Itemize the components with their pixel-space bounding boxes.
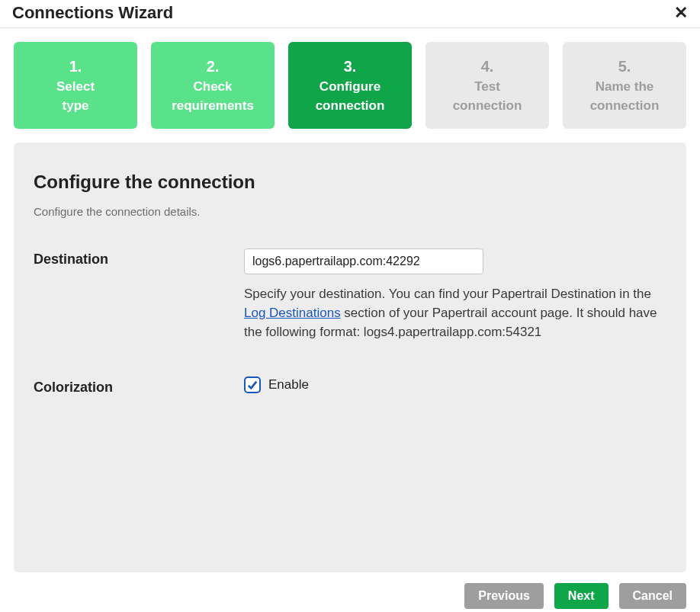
close-icon[interactable]: ✕	[674, 5, 688, 21]
colorization-label: Colorization	[34, 376, 244, 396]
destination-input[interactable]	[244, 248, 483, 274]
colorization-checkbox[interactable]	[244, 376, 261, 393]
colorization-checkbox-label: Enable	[268, 377, 309, 393]
step-configure-connection[interactable]: 3. Configure connection	[288, 42, 412, 129]
step-label-line1: Test	[433, 78, 541, 97]
step-label-line1: Name the	[570, 78, 679, 97]
panel-description: Configure the connection details.	[34, 205, 666, 218]
step-check-requirements[interactable]: 2. Check requirements	[151, 42, 275, 129]
step-label-line1: Select	[21, 78, 130, 97]
wizard-steps: 1. Select type 2. Check requirements 3. …	[0, 28, 700, 129]
wizard-header: Connections Wizard ✕	[0, 0, 700, 28]
checkmark-icon	[247, 380, 258, 390]
step-label-line2: connection	[296, 97, 404, 116]
log-destinations-link[interactable]: Log Destinations	[244, 306, 341, 320]
next-button[interactable]: Next	[554, 583, 608, 609]
step-label-line1: Check	[159, 78, 267, 97]
step-number: 5.	[570, 56, 679, 78]
destination-help-text: Specify your destination. You can find y…	[244, 285, 666, 341]
wizard-title: Connections Wizard	[12, 3, 173, 23]
step-name-connection[interactable]: 5. Name the connection	[563, 42, 686, 129]
step-test-connection[interactable]: 4. Test connection	[425, 42, 549, 129]
step-number: 3.	[296, 56, 404, 78]
destination-field-wrap: Specify your destination. You can find y…	[244, 248, 666, 341]
destination-help-pre: Specify your destination. You can find y…	[244, 287, 651, 301]
step-select-type[interactable]: 1. Select type	[14, 42, 137, 129]
step-number: 1.	[21, 56, 130, 78]
panel-heading: Configure the connection	[34, 171, 666, 193]
destination-row: Destination Specify your destination. Yo…	[34, 248, 666, 341]
step-label-line2: connection	[433, 97, 541, 116]
step-number: 4.	[433, 56, 541, 78]
step-label-line2: requirements	[159, 97, 267, 116]
step-label-line1: Configure	[296, 78, 404, 97]
wizard-footer: Previous Next Cancel	[0, 572, 700, 609]
cancel-button[interactable]: Cancel	[619, 583, 686, 609]
destination-label: Destination	[34, 248, 244, 268]
step-label-line2: type	[21, 97, 130, 116]
step-label-line2: connection	[570, 97, 679, 116]
step-number: 2.	[159, 56, 267, 78]
colorization-row: Colorization Enable	[34, 376, 666, 396]
colorization-field-wrap: Enable	[244, 376, 666, 393]
configure-panel: Configure the connection Configure the c…	[14, 143, 686, 572]
previous-button[interactable]: Previous	[464, 583, 544, 609]
